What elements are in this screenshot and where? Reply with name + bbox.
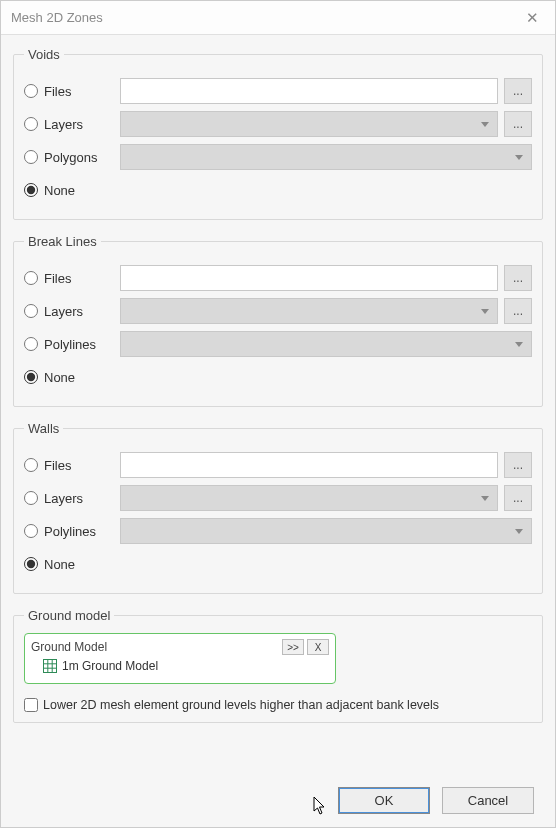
break-lines-layers-radio[interactable]: Layers [24, 304, 114, 319]
walls-legend: Walls [24, 421, 63, 436]
break-lines-polylines-radio[interactable]: Polylines [24, 337, 114, 352]
break-lines-files-label: Files [44, 271, 71, 286]
walls-polylines-radio[interactable]: Polylines [24, 524, 114, 539]
voids-files-browse-button[interactable]: ... [504, 78, 532, 104]
voids-polygons-dropdown[interactable] [120, 144, 532, 170]
walls-group: Walls Files ... Layers ... Polylines [13, 421, 543, 594]
voids-layers-radio[interactable]: Layers [24, 117, 114, 132]
voids-files-input[interactable] [120, 78, 498, 104]
voids-none-radio[interactable]: None [24, 183, 114, 198]
break-lines-polylines-dropdown[interactable] [120, 331, 532, 357]
cancel-button[interactable]: Cancel [442, 787, 534, 814]
ground-model-box-title: Ground Model [31, 640, 107, 654]
break-lines-files-radio[interactable]: Files [24, 271, 114, 286]
voids-files-label: Files [44, 84, 71, 99]
walls-layers-radio[interactable]: Layers [24, 491, 114, 506]
break-lines-layers-browse-button[interactable]: ... [504, 298, 532, 324]
ellipsis-icon: ... [513, 304, 523, 318]
dialog-button-bar: OK Cancel [338, 787, 534, 814]
ground-model-item-label: 1m Ground Model [62, 659, 158, 673]
ellipsis-icon: ... [513, 271, 523, 285]
walls-polylines-dropdown[interactable] [120, 518, 532, 544]
break-lines-polylines-label: Polylines [44, 337, 96, 352]
svg-rect-0 [44, 660, 57, 673]
ground-model-item[interactable]: 1m Ground Model [31, 656, 329, 673]
break-lines-files-browse-button[interactable]: ... [504, 265, 532, 291]
ground-model-box: Ground Model >> X 1m Ground Model [24, 633, 336, 684]
walls-none-radio[interactable]: None [24, 557, 114, 572]
break-lines-layers-dropdown[interactable] [120, 298, 498, 324]
break-lines-legend: Break Lines [24, 234, 101, 249]
break-lines-group: Break Lines Files ... Layers ... Polylin… [13, 234, 543, 407]
ellipsis-icon: ... [513, 458, 523, 472]
walls-files-input[interactable] [120, 452, 498, 478]
cursor-icon [313, 796, 327, 816]
grid-icon [43, 659, 57, 673]
ok-button[interactable]: OK [338, 787, 430, 814]
voids-polygons-radio[interactable]: Polygons [24, 150, 114, 165]
voids-none-label: None [44, 183, 75, 198]
walls-layers-browse-button[interactable]: ... [504, 485, 532, 511]
voids-group: Voids Files ... Layers ... Polygons [13, 47, 543, 220]
walls-files-browse-button[interactable]: ... [504, 452, 532, 478]
ellipsis-icon: ... [513, 84, 523, 98]
voids-layers-browse-button[interactable]: ... [504, 111, 532, 137]
walls-files-radio[interactable]: Files [24, 458, 114, 473]
close-icon[interactable]: ✕ [520, 6, 545, 30]
dialog-title: Mesh 2D Zones [11, 10, 103, 25]
walls-layers-dropdown[interactable] [120, 485, 498, 511]
lower-levels-label: Lower 2D mesh element ground levels high… [43, 698, 439, 712]
lower-levels-checkbox[interactable]: Lower 2D mesh element ground levels high… [24, 698, 532, 712]
title-bar: Mesh 2D Zones ✕ [1, 1, 555, 35]
voids-files-radio[interactable]: Files [24, 84, 114, 99]
walls-files-label: Files [44, 458, 71, 473]
ground-model-remove-button[interactable]: X [307, 639, 329, 655]
ellipsis-icon: ... [513, 117, 523, 131]
ground-model-legend: Ground model [24, 608, 114, 623]
walls-polylines-label: Polylines [44, 524, 96, 539]
break-lines-files-input[interactable] [120, 265, 498, 291]
ellipsis-icon: ... [513, 491, 523, 505]
break-lines-none-label: None [44, 370, 75, 385]
walls-layers-label: Layers [44, 491, 83, 506]
break-lines-layers-label: Layers [44, 304, 83, 319]
voids-legend: Voids [24, 47, 64, 62]
voids-layers-dropdown[interactable] [120, 111, 498, 137]
voids-layers-label: Layers [44, 117, 83, 132]
ground-model-group: Ground model Ground Model >> X 1m Ground… [13, 608, 543, 723]
break-lines-none-radio[interactable]: None [24, 370, 114, 385]
walls-none-label: None [44, 557, 75, 572]
ground-model-expand-button[interactable]: >> [282, 639, 304, 655]
voids-polygons-label: Polygons [44, 150, 97, 165]
